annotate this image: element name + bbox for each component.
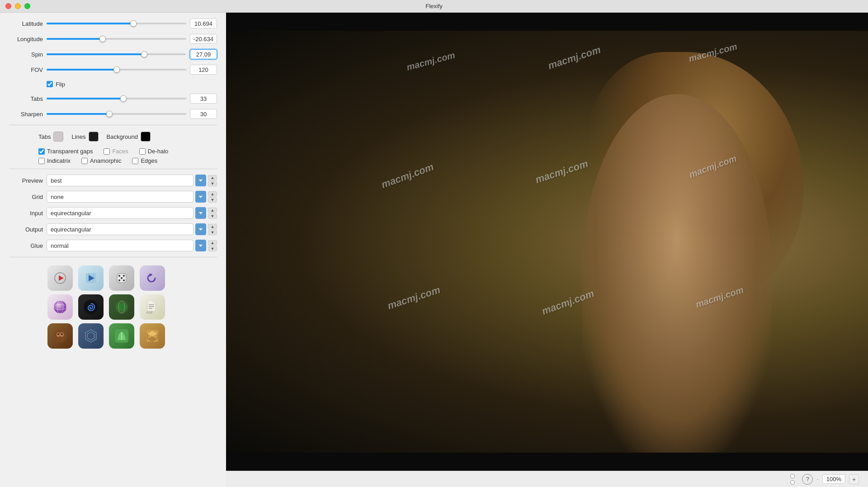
faces-label: Faces: [112, 148, 128, 155]
traffic-lights: [5, 3, 30, 9]
tabs-slider[interactable]: [47, 98, 186, 99]
divider3: [9, 257, 217, 257]
app-icon-play[interactable]: [47, 265, 73, 291]
zoom-plus-button[interactable]: +: [849, 474, 859, 484]
output-arrows: ▲ ▼: [208, 224, 217, 235]
sharpen-label: Sharpen: [9, 111, 43, 118]
spin-slider[interactable]: [47, 53, 186, 55]
background-swatch[interactable]: [141, 132, 151, 142]
sharpen-value[interactable]: [190, 109, 217, 119]
app-icon-creature[interactable]: [47, 323, 73, 349]
tabs-value[interactable]: [190, 94, 217, 104]
app-icon-undo[interactable]: [140, 265, 165, 291]
svg-point-12: [121, 277, 123, 279]
input-down[interactable]: ▼: [208, 213, 217, 219]
output-up[interactable]: ▲: [208, 224, 217, 229]
app-icon-globe[interactable]: [109, 294, 134, 320]
edges-checkbox[interactable]: [132, 158, 138, 164]
transparent-gaps-checkbox[interactable]: [38, 148, 45, 155]
app-icon-play2[interactable]: [78, 265, 104, 291]
latitude-slider[interactable]: [47, 23, 186, 24]
longitude-thumb[interactable]: [99, 36, 106, 42]
app-icon-sphere[interactable]: [47, 294, 73, 320]
app-icon-hex[interactable]: [78, 323, 104, 349]
grid-up[interactable]: ▲: [208, 191, 217, 197]
fov-label: FOV: [9, 66, 43, 73]
latitude-row: Latitude: [9, 17, 217, 30]
minimize-button[interactable]: [15, 3, 21, 9]
input-select[interactable]: equirectangular cubemap fisheye: [47, 207, 193, 219]
background-swatch-group: Background: [107, 132, 151, 142]
output-select[interactable]: equirectangular cubemap fisheye flat: [47, 223, 193, 235]
grid-down[interactable]: ▼: [208, 197, 217, 203]
edges-item: Edges: [132, 157, 157, 164]
radio-2[interactable]: [790, 480, 795, 485]
output-down[interactable]: ▼: [208, 230, 217, 235]
glue-label: Glue: [9, 242, 43, 249]
app-icon-green[interactable]: [109, 323, 134, 349]
glue-row: Glue normal blend mask ▲ ▼: [9, 239, 217, 252]
svg-marker-0: [199, 180, 203, 182]
maximize-button[interactable]: [24, 3, 30, 9]
input-up[interactable]: ▲: [208, 208, 217, 213]
divider1: [9, 125, 217, 125]
de-halo-checkbox[interactable]: [139, 148, 146, 155]
spin-value[interactable]: [190, 49, 217, 59]
radio-1[interactable]: [790, 474, 795, 478]
app-icon-dice[interactable]: [109, 265, 134, 291]
latitude-value[interactable]: [190, 19, 217, 28]
latitude-thumb[interactable]: [130, 20, 137, 27]
longitude-slider[interactable]: [47, 38, 186, 40]
flip-label: Flip: [56, 81, 65, 88]
longitude-value[interactable]: [190, 34, 217, 44]
glue-down[interactable]: ▼: [208, 246, 217, 251]
glue-dd-btn[interactable]: [195, 240, 206, 251]
fov-value[interactable]: [190, 65, 217, 75]
grid-select[interactable]: none 2x2 3x3: [47, 191, 193, 203]
input-arrows: ▲ ▼: [208, 208, 217, 219]
app-icon-box[interactable]: [140, 323, 165, 349]
svg-point-11: [123, 275, 125, 277]
output-dd-btn[interactable]: [195, 223, 206, 235]
sharpen-thumb[interactable]: [106, 111, 113, 117]
preview-up[interactable]: ▲: [208, 175, 217, 180]
checkbox-row-1: Transparent gaps Faces De-halo: [38, 148, 217, 155]
preview-down[interactable]: ▼: [208, 181, 217, 186]
anamorphic-checkbox[interactable]: [81, 158, 88, 164]
preview-bottom-bar: [226, 453, 868, 471]
svg-marker-4: [199, 245, 203, 247]
lines-swatch[interactable]: [89, 132, 99, 142]
input-dd-btn[interactable]: [195, 207, 206, 219]
glue-select[interactable]: normal blend mask: [47, 240, 193, 251]
flip-checkbox[interactable]: [47, 81, 53, 87]
transparent-gaps-item: Transparent gaps: [38, 148, 93, 155]
help-button[interactable]: ?: [802, 474, 813, 485]
fov-slider[interactable]: [47, 69, 186, 71]
glue-up[interactable]: ▲: [208, 240, 217, 246]
radio-group: [790, 474, 795, 485]
icons-row-3: [9, 323, 217, 349]
latitude-label: Latitude: [9, 20, 43, 27]
grid-dd-btn[interactable]: [195, 191, 206, 203]
icons-section: PDF: [9, 265, 217, 352]
close-button[interactable]: [5, 3, 11, 9]
preview-select[interactable]: best fast draft: [47, 175, 193, 186]
swatch-row: Tabs Lines Background: [9, 132, 217, 142]
longitude-row: Longitude: [9, 33, 217, 45]
preview-image[interactable]: macmj.com macmj.com macmj.com macmj.com …: [226, 31, 868, 453]
preview-label: Preview: [9, 177, 43, 184]
app-icon-doc[interactable]: PDF: [140, 294, 165, 320]
tabs-swatch[interactable]: [53, 132, 63, 142]
indicatrix-checkbox[interactable]: [38, 158, 45, 164]
app-icon-spiral[interactable]: [78, 294, 104, 320]
faces-checkbox[interactable]: [104, 148, 110, 155]
zoom-display: 100%: [822, 474, 845, 484]
fov-thumb[interactable]: [113, 66, 120, 73]
latitude-fill: [47, 23, 133, 24]
tabs-thumb[interactable]: [120, 95, 127, 102]
spin-thumb[interactable]: [141, 51, 147, 57]
fov-row: FOV: [9, 63, 217, 76]
svg-point-31: [57, 333, 59, 335]
preview-dd-btn[interactable]: [195, 175, 206, 186]
sharpen-slider[interactable]: [47, 113, 186, 115]
